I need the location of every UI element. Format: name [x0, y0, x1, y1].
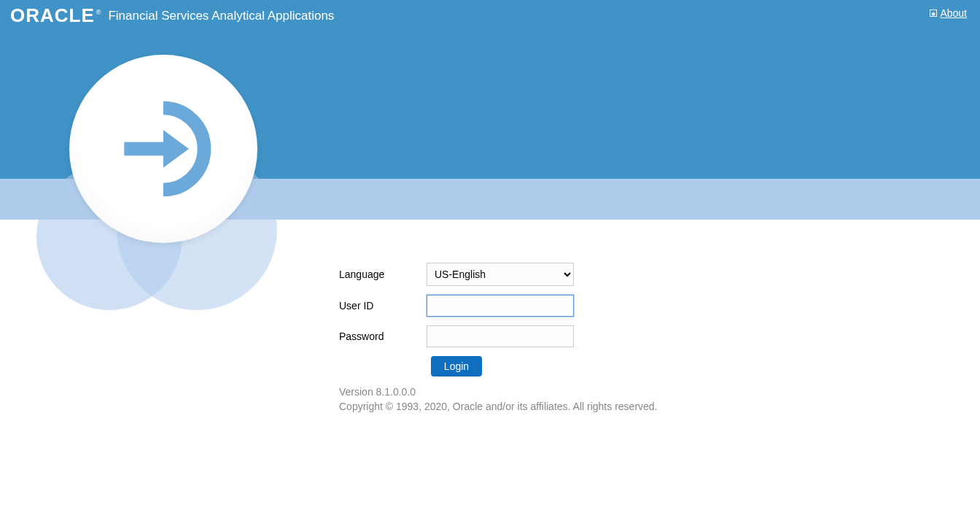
language-label: Language [339, 268, 427, 280]
login-button-row: Login [339, 356, 574, 376]
about-link[interactable]: About [940, 7, 967, 19]
footer: Version 8.1.0.0.0 Copyright © 1993, 2020… [339, 385, 658, 414]
svg-marker-1 [163, 130, 189, 167]
brand-company: ORACLE [10, 6, 95, 25]
language-select[interactable]: US-English [427, 263, 574, 286]
login-form: Language US-English User ID Password Log… [339, 263, 645, 376]
about-link-container: ◉ About [930, 7, 967, 19]
version-text: Version 8.1.0.0.0 [339, 385, 658, 400]
login-arrow-icon [112, 98, 214, 200]
userid-label: User ID [339, 300, 427, 312]
about-icon: ◉ [930, 9, 937, 17]
userid-input[interactable] [427, 295, 574, 317]
password-input[interactable] [427, 325, 574, 347]
userid-row: User ID [339, 295, 645, 317]
hero-graphic [36, 55, 284, 303]
copyright-text: Copyright © 1993, 2020, Oracle and/or it… [339, 400, 658, 414]
brand-app-name: Financial Services Analytical Applicatio… [108, 7, 334, 25]
password-row: Password [339, 325, 645, 347]
brand-block: ORACLE ® Financial Services Analytical A… [10, 6, 334, 25]
password-label: Password [339, 331, 427, 342]
svg-rect-0 [124, 142, 166, 156]
hero-circle-main [69, 55, 257, 243]
login-button[interactable]: Login [431, 356, 482, 376]
language-row: Language US-English [339, 263, 645, 286]
brand-registered-mark: ® [96, 9, 101, 16]
